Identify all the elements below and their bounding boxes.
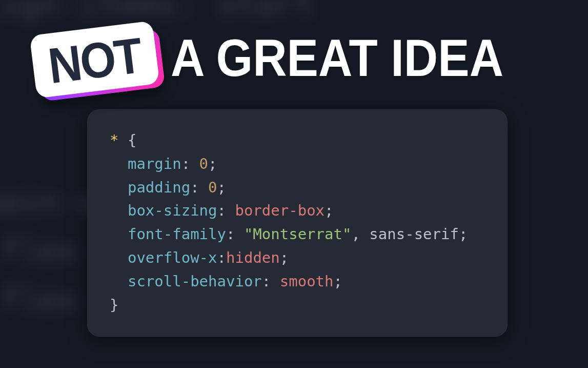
code-selector: * <box>110 131 118 149</box>
code-value: border-box <box>235 202 325 219</box>
code-prop: font-family <box>128 225 226 243</box>
headline-rest: A GREAT IDEA <box>171 32 503 84</box>
code-prop: scroll-behavior <box>128 273 262 290</box>
code-prop: padding <box>128 179 190 196</box>
brace-open: { <box>128 131 136 149</box>
code-block: * { margin: 0; padding: 0; box-sizing: b… <box>110 129 485 317</box>
headline: NOT A GREAT IDEA <box>33 27 503 89</box>
code-prop: overflow-x <box>128 249 217 266</box>
code-prop: box-sizing <box>128 202 217 219</box>
brace-close: } <box>110 296 118 314</box>
code-snippet-card: * { margin: 0; padding: 0; box-sizing: b… <box>87 109 508 337</box>
code-prop: margin <box>128 155 181 172</box>
headline-badge: NOT <box>30 23 159 96</box>
code-value: smooth <box>280 273 334 290</box>
code-value: 0 <box>199 155 208 172</box>
code-value: hidden <box>226 249 280 266</box>
code-value: 0 <box>208 179 217 196</box>
code-value: "Montserrat" <box>244 225 352 243</box>
